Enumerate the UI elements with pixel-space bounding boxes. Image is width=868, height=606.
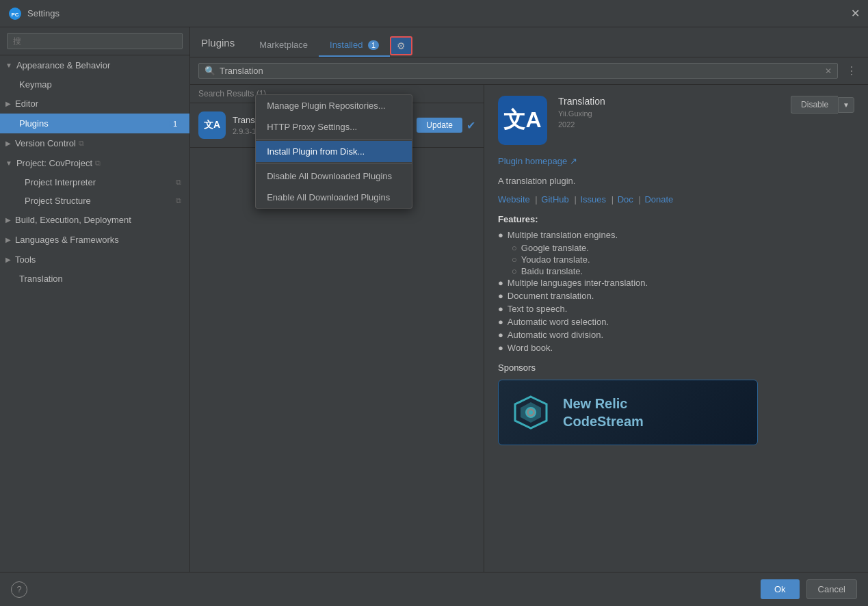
title-bar: PC Settings ✕: [0, 0, 868, 27]
sidebar-item-plugins[interactable]: Plugins 1: [0, 114, 189, 133]
sidebar-item-label: Build, Execution, Deployment: [15, 215, 131, 225]
tab-installed[interactable]: Installed 1: [319, 34, 390, 57]
dropdown-http-proxy[interactable]: HTTP Proxy Settings...: [256, 116, 412, 137]
cancel-button[interactable]: Cancel: [806, 579, 857, 599]
sidebar-item-label: Keymap: [19, 79, 52, 90]
sub-feature-youdao: ○ Youdao translate.: [498, 254, 854, 265]
plugin-detail-icon: 文A: [498, 96, 547, 145]
sidebar-item-tools[interactable]: ▶ Tools: [0, 250, 189, 269]
plugin-links-bar: Website | GitHub | Issues | Doc | Donate: [498, 194, 854, 205]
main-layout: ▼ Appearance & Behavior Keymap ▶ Editor …: [0, 27, 868, 572]
copy-icon: ⧉: [176, 178, 181, 187]
plugin-detail-version: Yii.Guxing: [558, 109, 780, 118]
sidebar-item-label: Editor: [15, 98, 38, 109]
feature-item-2: ● Multiple languages inter-translation.: [498, 278, 854, 288]
arrow-right-icon: ▶: [5, 216, 11, 224]
disable-arrow-button[interactable]: ▼: [838, 97, 854, 113]
copy-icon: ⧉: [79, 139, 84, 148]
sponsor-name-line2: CodeStream: [563, 412, 644, 430]
feature-item-5: ● Automatic word selection.: [498, 317, 854, 327]
plugins-title: Plugins: [201, 37, 235, 54]
help-button[interactable]: ?: [11, 581, 27, 598]
link-github[interactable]: GitHub: [541, 194, 568, 205]
sidebar-search-input[interactable]: [7, 33, 183, 49]
plugin-homepage-link-wrap: Plugin homepage ↗: [498, 156, 854, 166]
sponsor-name-line1: New Relic: [563, 395, 644, 412]
dropdown-item-label: Install Plugin from Disk...: [267, 146, 365, 157]
dropdown-item-label: Disable All Downloaded Plugins: [267, 171, 392, 181]
dropdown-divider-2: [256, 163, 412, 164]
sponsors-section: Sponsors New Relic CodeStream: [498, 363, 854, 445]
link-doc[interactable]: Doc: [618, 194, 633, 205]
plugin-detail: 文A Translation Yii.Guxing 2022: [484, 85, 868, 572]
sponsors-title: Sponsors: [498, 363, 854, 373]
sidebar-item-label: Appearance & Behavior: [16, 60, 110, 70]
search-clear-icon[interactable]: ✕: [825, 66, 832, 76]
dropdown-enable-all[interactable]: Enable All Downloaded Plugins: [256, 187, 412, 208]
arrow-down-icon: ▼: [5, 159, 12, 167]
sub-feature-baidu: ○ Baidu translate.: [498, 266, 854, 276]
arrow-right-icon: ▶: [5, 236, 11, 243]
kebab-menu-button[interactable]: ⋮: [843, 63, 860, 79]
sponsor-banner: New Relic CodeStream: [498, 380, 758, 445]
sidebar-item-project[interactable]: ▼ Project: CovProject ⧉: [0, 153, 189, 173]
close-button[interactable]: ✕: [851, 8, 860, 19]
link-issues[interactable]: Issues: [580, 194, 606, 205]
plugin-homepage-link[interactable]: Plugin homepage ↗: [498, 156, 577, 166]
plugin-actions: Update ✔: [417, 118, 475, 133]
plugin-search-inner: 🔍 Translation ✕: [198, 63, 838, 79]
tab-bar: Marketplace Installed 1 ⚙ Manage Plugin …: [248, 34, 857, 57]
sidebar-item-translation[interactable]: Translation: [0, 269, 189, 288]
feature-item-3: ● Document translation.: [498, 291, 854, 301]
window-title: Settings: [27, 8, 60, 18]
feature-item-7: ● Word book.: [498, 343, 854, 353]
sidebar-item-label: Translation: [19, 274, 63, 284]
sponsor-text: New Relic CodeStream: [563, 395, 644, 430]
gear-button[interactable]: ⚙: [390, 36, 412, 55]
dropdown-divider: [256, 139, 412, 140]
ok-button[interactable]: Ok: [761, 579, 800, 599]
app-logo: PC: [8, 7, 22, 21]
gear-icon: ⚙: [397, 40, 406, 51]
copy-icon: ⧉: [95, 159, 101, 168]
sidebar: ▼ Appearance & Behavior Keymap ▶ Editor …: [0, 27, 190, 572]
plugin-icon-translation: 文A: [198, 111, 226, 139]
sidebar-item-editor[interactable]: ▶ Editor: [0, 94, 189, 114]
feature-item-4: ● Text to speech.: [498, 304, 854, 314]
features-section: Features: ● Multiple translation engines…: [498, 214, 854, 353]
plugin-icon-text: 文A: [204, 119, 220, 131]
sub-feature-google: ○ Google translate.: [498, 243, 854, 253]
content-area: Plugins Marketplace Installed 1 ⚙ M: [190, 27, 868, 572]
plugin-search-input[interactable]: Translation: [220, 66, 821, 76]
sidebar-item-project-structure[interactable]: Project Structure ⧉: [0, 192, 189, 210]
link-donate[interactable]: Donate: [644, 194, 673, 205]
sidebar-item-keymap[interactable]: Keymap: [0, 75, 189, 94]
sidebar-item-build[interactable]: ▶ Build, Execution, Deployment: [0, 210, 189, 230]
svg-point-5: [529, 410, 533, 414]
plugin-detail-name: Translation: [558, 96, 780, 107]
plugin-detail-icon-text: 文A: [503, 105, 541, 135]
search-icon: 🔍: [205, 66, 215, 76]
dropdown-disable-all[interactable]: Disable All Downloaded Plugins: [256, 166, 412, 187]
tab-marketplace-label: Marketplace: [259, 40, 308, 50]
copy-icon: ⧉: [176, 196, 181, 205]
bottom-bar: ? Ok Cancel: [0, 572, 868, 606]
link-website[interactable]: Website: [498, 194, 530, 205]
gear-area: ⚙ Manage Plugin Repositories... HTTP Pro…: [390, 36, 412, 55]
sidebar-item-appearance[interactable]: ▼ Appearance & Behavior: [0, 55, 189, 75]
tab-marketplace[interactable]: Marketplace: [248, 34, 319, 57]
sidebar-item-label: Languages & Frameworks: [15, 235, 119, 245]
dropdown-install-from-disk[interactable]: Install Plugin from Disk...: [256, 141, 412, 162]
disable-button[interactable]: Disable: [791, 96, 838, 114]
sidebar-item-version-control[interactable]: ▶ Version Control ⧉: [0, 133, 189, 153]
gear-dropdown-menu: Manage Plugin Repositories... HTTP Proxy…: [255, 94, 412, 209]
plugin-update-button[interactable]: Update: [417, 118, 462, 133]
plugin-check-icon: ✔: [466, 119, 475, 132]
sidebar-search-box: [0, 27, 189, 55]
arrow-right-icon: ▶: [5, 256, 11, 263]
dropdown-manage-repos[interactable]: Manage Plugin Repositories...: [256, 95, 412, 116]
sidebar-item-project-interpreter[interactable]: Project Interpreter ⧉: [0, 173, 189, 192]
plugin-detail-header: 文A Translation Yii.Guxing 2022: [498, 96, 854, 145]
sidebar-item-languages[interactable]: ▶ Languages & Frameworks: [0, 230, 189, 250]
arrow-right-icon: ▶: [5, 140, 11, 147]
